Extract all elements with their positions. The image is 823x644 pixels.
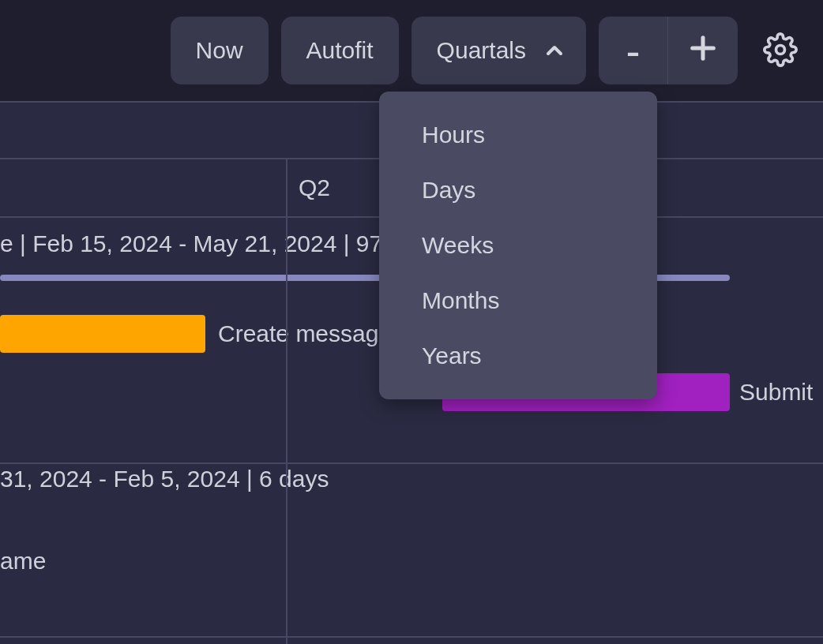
task-bar[interactable]: [0, 315, 205, 353]
quarter-label: Q2: [299, 174, 330, 201]
gantt-group-header: 31, 2024 - Feb 5, 2024 | 6 days: [0, 459, 823, 532]
task-label: Submit: [739, 379, 813, 406]
task-name-fragment: ame: [0, 548, 46, 575]
task-label: Create messag: [218, 320, 378, 347]
chevron-up-icon: [542, 38, 567, 63]
quarter-divider: [286, 159, 287, 644]
autofit-button[interactable]: Autofit: [281, 17, 399, 84]
summary-label: e | Feb 15, 2024 - May 21, 2024 | 97: [0, 230, 382, 257]
now-button[interactable]: Now: [171, 17, 269, 84]
toolbar: Now Autofit Quartals -: [0, 0, 823, 101]
scale-dropdown-menu: Hours Days Weeks Months Years: [379, 92, 657, 399]
dropdown-item-days[interactable]: Days: [379, 163, 657, 218]
scale-dropdown-label: Quartals: [437, 37, 526, 64]
dropdown-item-years[interactable]: Years: [379, 328, 657, 384]
dropdown-item-hours[interactable]: Hours: [379, 107, 657, 163]
svg-point-2: [776, 45, 785, 54]
dropdown-item-weeks[interactable]: Weeks: [379, 218, 657, 273]
group-date-range: 31, 2024 - Feb 5, 2024 | 6 days: [0, 466, 329, 492]
settings-button[interactable]: [757, 17, 804, 84]
zoom-group: -: [599, 17, 738, 84]
scale-dropdown-button[interactable]: Quartals: [412, 17, 586, 84]
minus-icon: -: [626, 26, 641, 75]
gear-icon: [763, 32, 798, 69]
gantt-task-row: ame: [0, 532, 823, 590]
plus-icon: [687, 29, 719, 73]
row-divider: [0, 636, 823, 638]
dropdown-item-months[interactable]: Months: [379, 273, 657, 328]
zoom-in-button[interactable]: [668, 17, 738, 84]
zoom-out-button[interactable]: -: [599, 17, 668, 84]
